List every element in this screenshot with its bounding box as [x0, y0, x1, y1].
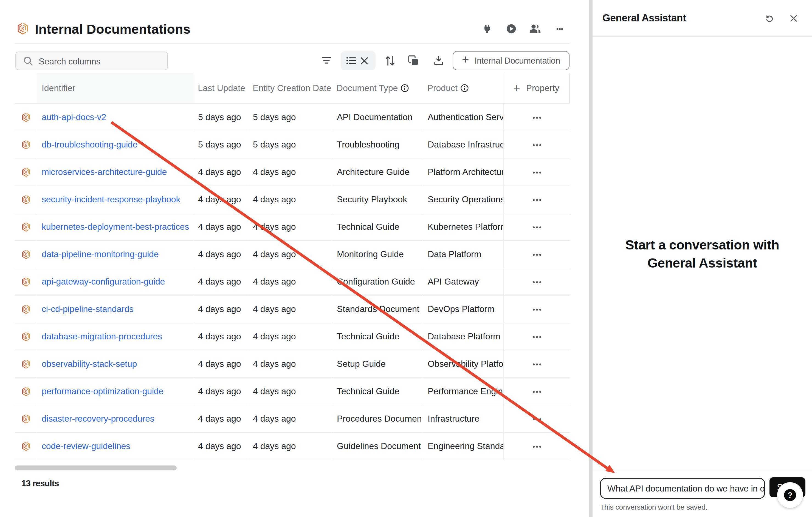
svg-text:K: K: [25, 362, 27, 366]
svg-text:K: K: [25, 390, 27, 393]
svg-text:K: K: [25, 280, 27, 283]
svg-text:K: K: [21, 27, 24, 31]
svg-text:K: K: [25, 417, 27, 421]
svg-text:K: K: [25, 116, 27, 119]
svg-text:K: K: [25, 143, 27, 146]
svg-text:K: K: [25, 253, 27, 256]
svg-text:K: K: [25, 445, 27, 448]
svg-text:K: K: [25, 171, 27, 174]
svg-text:K: K: [25, 198, 27, 201]
svg-text:K: K: [25, 335, 27, 338]
svg-text:K: K: [25, 308, 27, 311]
svg-text:K: K: [25, 225, 27, 229]
